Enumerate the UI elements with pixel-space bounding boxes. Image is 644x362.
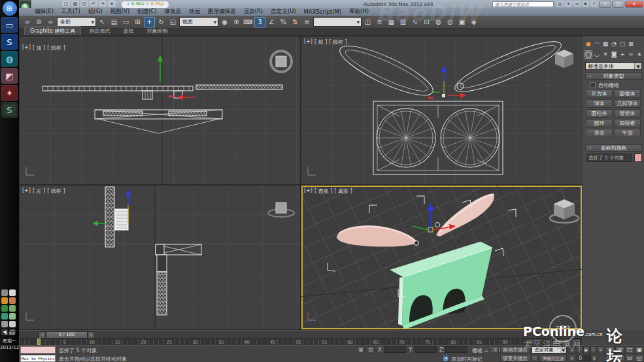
autogrid-checkbox[interactable] (590, 82, 596, 88)
ribbon-tab-0[interactable]: Graphite 建模工具 (24, 26, 81, 35)
object-button-7[interactable]: 四棱锥 (614, 119, 641, 127)
spinner-snap-toggle[interactable]: ⇅ (290, 17, 301, 27)
object-button-9[interactable]: 平面 (614, 129, 641, 137)
rectangular-selection-region[interactable]: ▭ (120, 17, 131, 27)
lights-category[interactable]: ☀ (602, 50, 609, 59)
modify-tab[interactable]: ◠ (593, 40, 601, 48)
ribbon-tab-1[interactable]: 自由形式 (84, 27, 115, 35)
viewport-menu-perspective[interactable]: [+] (304, 188, 313, 195)
viewport-shading-front[interactable]: [ 线框 ] (329, 39, 347, 46)
tray-icon-4[interactable] (1, 305, 8, 312)
taskbar-clock[interactable]: 8:51 星期一 2013/12/9 (0, 331, 19, 359)
tray-icon-1[interactable] (9, 289, 16, 296)
object-button-8[interactable]: 茶壶 (586, 129, 613, 137)
zoom-extents-all-button[interactable]: ▣ (635, 346, 644, 354)
menu-item-0[interactable]: 编辑(E) (31, 8, 58, 16)
reference-coordinate-dropdown[interactable]: 视图▼ (179, 17, 218, 27)
save-file-icon[interactable]: ◫ (80, 1, 88, 7)
favorites-star-icon[interactable]: ★ (582, 1, 589, 7)
start-button[interactable]: ⊞ (3, 1, 17, 16)
selection-filter-dropdown[interactable]: 全部▼ (57, 17, 96, 27)
workspace-dropdown-icon[interactable]: ▾ (108, 1, 116, 7)
track-bar[interactable]: 5101520253035404550556065707580859095100 (19, 338, 583, 345)
photo-app[interactable]: ◩ (1, 68, 18, 84)
maximize-viewport-button[interactable]: ◱ (635, 355, 644, 362)
macro-recorder-line[interactable] (20, 346, 56, 354)
x-coordinate-field[interactable] (384, 346, 406, 353)
create-tab[interactable]: ● (585, 40, 592, 48)
tray-icon-0[interactable] (1, 289, 8, 296)
close-button[interactable]: × (625, 1, 643, 8)
object-type-rollout[interactable]: −对象类型 (585, 73, 642, 80)
redo-icon[interactable]: ↷ (99, 1, 107, 7)
select-and-scale[interactable]: ◱ (167, 17, 178, 27)
menu-item-1[interactable]: 工具(T) (58, 8, 84, 16)
mirror[interactable]: ◫ (362, 17, 373, 27)
tray-icon-6[interactable] (1, 313, 8, 320)
object-button-5[interactable]: 管状体 (614, 109, 641, 118)
window-crossing[interactable]: ⊞ (132, 17, 143, 27)
search-icon[interactable]: ◎ (556, 1, 564, 7)
object-button-3[interactable]: 几何球体 (614, 99, 641, 108)
viewport-name-front[interactable]: [ 前 ] (314, 39, 327, 46)
object-button-0[interactable]: 长方体 (586, 90, 613, 98)
key-filter-icon[interactable]: ∿ (532, 355, 538, 362)
menu-item-10[interactable]: MAXScript(M) (300, 8, 346, 15)
select-and-manipulate[interactable]: ⊕ (231, 17, 242, 27)
ribbon-tab-3[interactable]: 对象绘制 (141, 27, 173, 35)
viewport-name-perspective[interactable]: [ 透视 ] (314, 188, 332, 195)
menu-item-5[interactable]: 修改器 (161, 8, 186, 16)
space-warps-category[interactable]: ≈ (627, 50, 635, 59)
tray-icon-8[interactable] (1, 321, 8, 327)
display-tab[interactable]: ▢ (619, 40, 626, 48)
angle-snap-toggle[interactable]: ∠ (266, 17, 277, 27)
shapes-category[interactable]: ◡ (593, 50, 601, 59)
maximize-button[interactable]: □ (612, 1, 624, 8)
select-by-name[interactable]: ▤ (109, 17, 120, 27)
current-frame-marker[interactable] (37, 338, 41, 345)
menu-item-9[interactable]: 自定义(U) (267, 8, 299, 16)
use-pivot-point-center[interactable]: ◉ (219, 17, 230, 27)
keyboard-shortcut-override[interactable]: ⌨ (243, 17, 254, 27)
add-time-tag[interactable]: 添加时间标记 (451, 355, 483, 362)
key-filters-button[interactable]: 关键点过滤器... (539, 355, 567, 362)
new-file-icon[interactable]: ▢ (62, 1, 70, 7)
display-properties-app[interactable]: ▭ (1, 17, 18, 33)
select-and-move[interactable]: + (144, 17, 155, 27)
viewport-front[interactable]: [+] [ 前 ] [ 线框 ] (301, 37, 582, 184)
menu-item-3[interactable]: 视图(V) (107, 8, 133, 16)
object-button-6[interactable]: 圆环 (586, 119, 613, 127)
systems-category[interactable]: ∗ (636, 50, 643, 59)
infocenter-wrench-icon[interactable]: + (565, 1, 572, 7)
selection-lock-toggle[interactable]: ⊠ (357, 346, 365, 354)
menu-item-2[interactable]: 组(G) (84, 8, 107, 16)
snaps-toggle-3d[interactable]: 3 (254, 17, 265, 27)
globe-app[interactable]: ◍ (1, 51, 18, 67)
max-app[interactable]: S (1, 102, 18, 118)
hierarchy-tab[interactable]: ▦ (602, 40, 609, 48)
select-object[interactable]: ↖ (97, 17, 108, 27)
set-key-button[interactable]: 设置关键点 (500, 355, 530, 362)
communication-center-icon[interactable]: ≈ (573, 1, 581, 7)
ribbon-tab-2[interactable]: 选择 (118, 27, 139, 35)
menu-item-6[interactable]: 动画 (185, 8, 204, 16)
viewport-left[interactable]: [+] [ 左 ] [ 线框 ] (20, 186, 300, 329)
menu-item-7[interactable]: 图形编辑器 (204, 8, 240, 16)
undo-icon[interactable]: ↶ (90, 1, 97, 7)
field-of-view-button[interactable]: ⊡ (625, 355, 634, 362)
viewport-shading-top[interactable]: [ 线框 ] (47, 44, 65, 52)
browser-s-app[interactable]: S (1, 34, 18, 50)
viewport-shading-perspective[interactable]: [ 真实 ] (334, 188, 352, 195)
viewport-shading-left[interactable]: [ 线框 ] (47, 188, 65, 195)
z-coordinate-field[interactable] (445, 346, 467, 353)
viewport-name-left[interactable]: [ 左 ] (33, 188, 45, 195)
tray-icon-7[interactable] (9, 313, 16, 320)
primitive-category-dropdown[interactable]: ▼标准基本体 (585, 62, 642, 70)
edit-named-selection-sets[interactable]: ≡ (301, 17, 313, 27)
utilities-tab[interactable]: ⊠ (627, 40, 635, 48)
tray-icon-2[interactable] (1, 297, 8, 304)
object-button-2[interactable]: 球体 (586, 99, 613, 108)
menu-item-4[interactable]: 创建(C) (133, 8, 161, 16)
geometry-category[interactable]: ◯ (585, 50, 592, 59)
viewport-top[interactable]: [+] [ 顶 ] [ 线框 ] (20, 37, 300, 184)
